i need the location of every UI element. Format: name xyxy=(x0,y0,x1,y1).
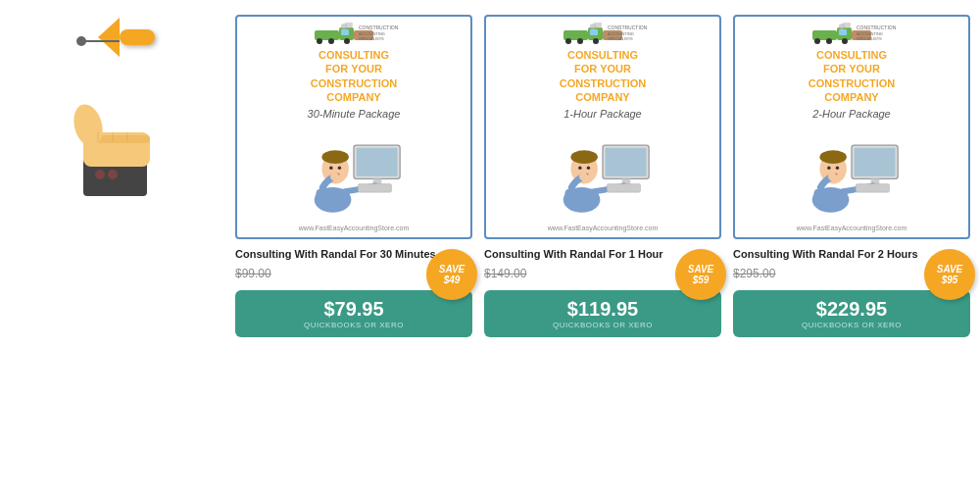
svg-point-2 xyxy=(108,170,118,179)
consultant-figure-container-0 xyxy=(243,124,465,222)
svg-point-28 xyxy=(321,150,348,164)
package-label-2: 2-Hour Package xyxy=(812,108,891,120)
consultant-figure-container-2 xyxy=(741,124,962,222)
svg-point-54 xyxy=(587,167,590,170)
svg-point-12 xyxy=(328,38,334,44)
original-price-0: $99.00 xyxy=(235,267,271,280)
package-label-0: 30-Minute Package xyxy=(308,108,401,120)
svg-point-55 xyxy=(579,173,588,181)
svg-text:SPECIALISTS: SPECIALISTS xyxy=(857,36,882,41)
buy-subtitle-1: QUICKBOOKS OR XERO xyxy=(488,321,717,329)
products-section: CONSTRUCTION ACCOUNTING SPECIALISTS CONS… xyxy=(235,10,970,337)
svg-point-29 xyxy=(329,167,332,170)
svg-text:CONSTRUCTION: CONSTRUCTION xyxy=(857,25,896,30)
website-label-0: www.FastEasyAccountingStore.com xyxy=(299,225,409,231)
svg-rect-22 xyxy=(357,148,398,176)
buy-price-1: $119.95 xyxy=(488,298,717,321)
train-bar-1: CONSTRUCTION ACCOUNTING SPECIALISTS xyxy=(492,23,713,44)
svg-point-11 xyxy=(317,38,322,44)
buy-price-0: $79.95 xyxy=(239,298,468,321)
svg-point-79 xyxy=(828,173,837,181)
train-icon-0: CONSTRUCTION ACCOUNTING SPECIALISTS xyxy=(310,23,398,44)
svg-point-1 xyxy=(95,170,105,179)
svg-text:SPECIALISTS: SPECIALISTS xyxy=(359,36,384,41)
package-label-1: 1-Hour Package xyxy=(564,108,642,120)
thumbs-up-icon xyxy=(69,98,176,196)
svg-point-36 xyxy=(577,38,583,44)
consultant-figure xyxy=(295,124,413,222)
product-image-0: CONSTRUCTION ACCOUNTING SPECIALISTS CONS… xyxy=(235,15,472,239)
product-card-0: CONSTRUCTION ACCOUNTING SPECIALISTS CONS… xyxy=(235,15,472,337)
consulting-title-1: CONSULTING FOR YOUR CONSTRUCTION COMPANY xyxy=(560,48,647,104)
svg-point-35 xyxy=(565,38,571,44)
original-price-2: $295.00 xyxy=(733,267,775,280)
svg-rect-80 xyxy=(856,184,889,193)
website-label-1: www.FastEasyAccountingStore.com xyxy=(548,225,658,231)
pricing-row-0: $99.00 SAVE$49 xyxy=(235,267,472,280)
consulting-title-0: CONSULTING FOR YOUR CONSTRUCTION COMPANY xyxy=(311,48,398,104)
product-image-2: CONSTRUCTION ACCOUNTING SPECIALISTS CONS… xyxy=(733,15,970,239)
svg-rect-46 xyxy=(606,148,647,176)
pricing-row-2: $295.00 SAVE$95 xyxy=(733,267,970,280)
price-tag xyxy=(120,29,155,45)
consulting-title-2: CONSULTING FOR YOUR CONSTRUCTION COMPANY xyxy=(808,48,896,104)
svg-text:SPECIALISTS: SPECIALISTS xyxy=(608,36,633,41)
buy-subtitle-2: QUICKBOOKS OR XERO xyxy=(737,321,966,329)
save-label-2: SAVE$95 xyxy=(937,264,963,285)
website-label-2: www.FastEasyAccountingStore.com xyxy=(797,225,906,231)
product-image-1: CONSTRUCTION ACCOUNTING SPECIALISTS CONS… xyxy=(484,15,721,239)
product-card-2: CONSTRUCTION ACCOUNTING SPECIALISTS CONS… xyxy=(733,15,970,337)
svg-text:CONSTRUCTION: CONSTRUCTION xyxy=(608,25,647,30)
consultant-figure xyxy=(793,124,910,222)
buy-button-2[interactable]: $229.95 QUICKBOOKS OR XERO xyxy=(733,290,970,337)
svg-point-53 xyxy=(578,167,581,170)
save-label-1: SAVE$59 xyxy=(688,264,714,285)
svg-point-59 xyxy=(814,38,820,44)
thumbs-up-illustration xyxy=(69,98,176,200)
pricing-row-1: $149.00 SAVE$59 xyxy=(484,267,721,280)
product-card-1: CONSTRUCTION ACCOUNTING SPECIALISTS CONS… xyxy=(484,15,721,337)
left-section xyxy=(10,10,235,200)
original-price-1: $149.00 xyxy=(484,267,526,280)
page-container: CONSTRUCTION ACCOUNTING SPECIALISTS CONS… xyxy=(0,0,980,500)
svg-rect-32 xyxy=(358,184,391,193)
svg-point-30 xyxy=(338,167,341,170)
svg-rect-17 xyxy=(341,29,349,35)
svg-point-78 xyxy=(836,167,839,170)
train-bar-2: CONSTRUCTION ACCOUNTING SPECIALISTS xyxy=(741,23,962,44)
train-bar-0: CONSTRUCTION ACCOUNTING SPECIALISTS xyxy=(243,23,465,44)
svg-point-37 xyxy=(593,38,599,44)
svg-rect-56 xyxy=(607,184,640,193)
buy-subtitle-0: QUICKBOOKS OR XERO xyxy=(239,321,468,329)
svg-rect-70 xyxy=(855,148,896,176)
svg-point-31 xyxy=(330,173,339,181)
svg-point-76 xyxy=(819,150,846,164)
buy-button-0[interactable]: $79.95 QUICKBOOKS OR XERO xyxy=(235,290,472,337)
save-label-0: SAVE$49 xyxy=(439,264,466,285)
svg-text:CONSTRUCTION: CONSTRUCTION xyxy=(359,25,398,30)
train-icon-2: CONSTRUCTION ACCOUNTING SPECIALISTS xyxy=(808,23,896,44)
consultant-figure xyxy=(544,124,662,222)
buy-button-1[interactable]: $119.95 QUICKBOOKS OR XERO xyxy=(484,290,721,337)
svg-point-61 xyxy=(842,38,848,44)
svg-point-77 xyxy=(827,167,830,170)
svg-point-13 xyxy=(344,38,350,44)
svg-rect-41 xyxy=(590,29,598,35)
buy-price-2: $229.95 xyxy=(737,298,966,321)
svg-point-60 xyxy=(826,38,832,44)
consultant-figure-container-1 xyxy=(492,124,713,222)
svg-rect-65 xyxy=(839,29,847,35)
train-icon-1: CONSTRUCTION ACCOUNTING SPECIALISTS xyxy=(559,23,647,44)
svg-point-52 xyxy=(570,150,597,164)
